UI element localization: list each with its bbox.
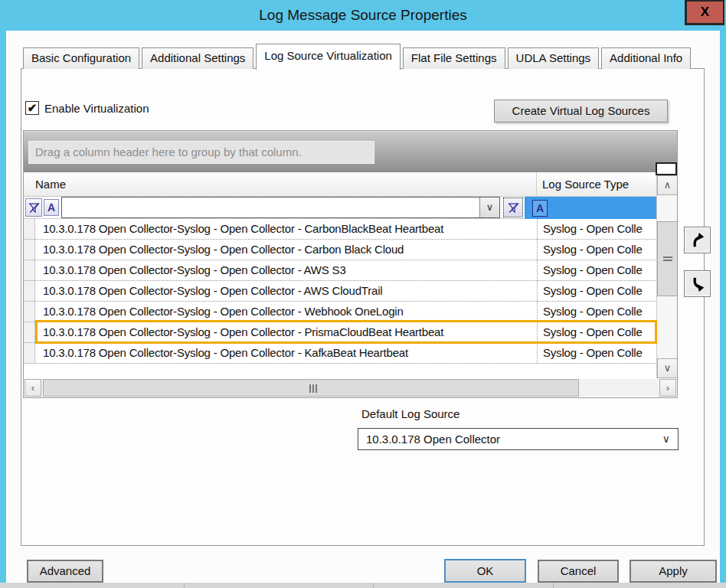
scroll-up-button[interactable]: ∧	[657, 175, 678, 195]
horizontal-scrollbar-thumb[interactable]	[43, 379, 579, 397]
default-log-source-label: Default Log Source	[361, 407, 459, 420]
strip-divider	[184, 583, 185, 588]
apply-button[interactable]: Apply	[630, 560, 717, 583]
check-icon: ✔	[28, 101, 38, 114]
scroll-up-icon: ∧	[664, 179, 672, 191]
column-header-log-source-type[interactable]: Log Source Type	[537, 172, 657, 197]
type-filter-input-active[interactable]: A	[525, 197, 657, 219]
table-row[interactable]: 10.3.0.178 Open Collector-Syslog - Open …	[24, 343, 657, 364]
scroll-left-button[interactable]: ‹	[25, 379, 41, 397]
desktop-taskbar-strip	[0, 583, 726, 588]
vertical-scrollbar-thumb[interactable]	[657, 221, 678, 296]
match-case-icon[interactable]: A	[44, 199, 59, 216]
move-down-icon	[689, 276, 706, 292]
table-row[interactable]: 10.3.0.178 Open Collector-Syslog - Open …	[24, 219, 657, 240]
enable-virtualization-label: Enable Virtualization	[44, 102, 149, 115]
tab-strip: Basic Configuration Additional Settings …	[23, 44, 693, 69]
enable-virtualization-checkbox[interactable]: ✔	[25, 101, 39, 115]
row-type-cell: Syslog - Open Colle	[537, 260, 657, 281]
row-selector[interactable]	[24, 343, 35, 364]
filter-icon[interactable]	[25, 198, 42, 217]
default-log-source-combobox[interactable]: 10.3.0.178 Open Collector ∨	[358, 428, 679, 450]
row-name-cell: 10.3.0.178 Open Collector-Syslog - Open …	[35, 240, 537, 260]
scroll-right-button[interactable]: ›	[659, 379, 676, 397]
row-type-cell: Syslog - Open Colle	[537, 219, 657, 240]
match-case-icon[interactable]: A	[532, 200, 548, 217]
tab-flat-file-settings[interactable]: Flat File Settings	[403, 47, 505, 69]
row-name-cell: 10.3.0.178 Open Collector-Syslog - Open …	[35, 343, 537, 364]
grid-header-row: Name Log Source Type	[24, 172, 677, 197]
table-row[interactable]: 10.3.0.178 Open Collector-Syslog - Open …	[24, 240, 657, 260]
scroll-right-icon: ›	[666, 382, 669, 394]
column-header-name[interactable]: Name	[24, 172, 537, 197]
filter-dropdown-icon[interactable]: ∨	[479, 198, 499, 217]
table-row[interactable]: 10.3.0.178 Open Collector-Syslog - Open …	[24, 302, 657, 322]
strip-divider	[373, 583, 374, 588]
create-virtual-log-sources-button[interactable]: Create Virtual Log Sources	[494, 100, 668, 122]
tab-additional-info[interactable]: Additional Info	[601, 47, 691, 69]
scroll-left-icon: ‹	[31, 382, 34, 394]
combobox-dropdown-icon: ∨	[662, 429, 670, 449]
row-type-cell: Syslog - Open Colle	[537, 281, 657, 302]
tab-log-source-virtualization[interactable]: Log Source Virtualization	[256, 44, 401, 70]
move-row-down-button[interactable]	[684, 270, 711, 297]
ok-button[interactable]: OK	[444, 559, 526, 583]
group-by-drop-zone[interactable]: Drag a column header here to group by th…	[24, 131, 677, 172]
row-name-cell: 10.3.0.178 Open Collector-Syslog - Open …	[35, 281, 537, 302]
row-type-cell: Syslog - Open Colle	[537, 240, 657, 260]
window-title: Log Message Source Properties	[0, 0, 726, 31]
row-selector[interactable]	[24, 219, 35, 240]
filter-funnel-slash-icon	[28, 202, 40, 214]
row-type-cell: Syslog - Open Colle	[537, 322, 657, 343]
filter-funnel-slash-icon	[508, 202, 519, 214]
name-filter-input[interactable]: ∨	[61, 197, 500, 218]
row-name-cell: 10.3.0.178 Open Collector-Syslog - Open …	[35, 302, 537, 322]
scroll-down-icon: ∨	[664, 362, 672, 374]
vertical-scrollbar[interactable]: ∧ ∨	[656, 175, 677, 378]
default-log-source-value: 10.3.0.178 Open Collector	[366, 433, 500, 446]
tab-additional-settings[interactable]: Additional Settings	[142, 47, 253, 69]
row-selector[interactable]	[24, 260, 35, 281]
strip-divider	[553, 583, 554, 588]
table-row[interactable]: 10.3.0.178 Open Collector-Syslog - Open …	[24, 281, 657, 302]
advanced-button[interactable]: Advanced	[27, 560, 103, 583]
row-name-cell: 10.3.0.178 Open Collector-Syslog - Open …	[35, 219, 537, 240]
move-up-icon	[689, 232, 706, 249]
row-selector[interactable]	[24, 281, 35, 302]
thumb-grip-icon	[663, 256, 672, 263]
row-type-cell: Syslog - Open Colle	[537, 302, 657, 322]
table-row[interactable]: 10.3.0.178 Open Collector-Syslog - Open …	[24, 260, 657, 281]
row-type-cell: Syslog - Open Colle	[537, 343, 657, 364]
thumb-grip-icon	[309, 384, 317, 393]
cancel-button[interactable]: Cancel	[538, 560, 619, 583]
table-row-selected[interactable]: 10.3.0.178 Open Collector-Syslog - Open …	[24, 322, 657, 343]
close-button[interactable]: X	[685, 0, 724, 25]
row-selector[interactable]	[24, 240, 35, 260]
row-selector[interactable]	[24, 302, 35, 322]
row-selector[interactable]	[24, 322, 35, 343]
move-row-up-button[interactable]	[684, 227, 711, 253]
scroll-down-button[interactable]: ∨	[657, 358, 678, 378]
group-by-hint: Drag a column header here to group by th…	[28, 141, 374, 164]
horizontal-scrollbar[interactable]: ‹ ›	[25, 379, 676, 397]
row-name-cell: 10.3.0.178 Open Collector-Syslog - Open …	[35, 260, 537, 281]
virtual-log-sources-grid: Drag a column header here to group by th…	[23, 130, 678, 398]
tab-udla-settings[interactable]: UDLA Settings	[508, 47, 600, 69]
grid-filter-row: A ∨ A	[24, 197, 677, 219]
row-name-cell: 10.3.0.178 Open Collector-Syslog - Open …	[35, 322, 537, 343]
tab-basic-configuration[interactable]: Basic Configuration	[23, 47, 139, 69]
grid-corner-box	[656, 162, 677, 175]
filter-icon-type-column[interactable]	[503, 198, 523, 217]
